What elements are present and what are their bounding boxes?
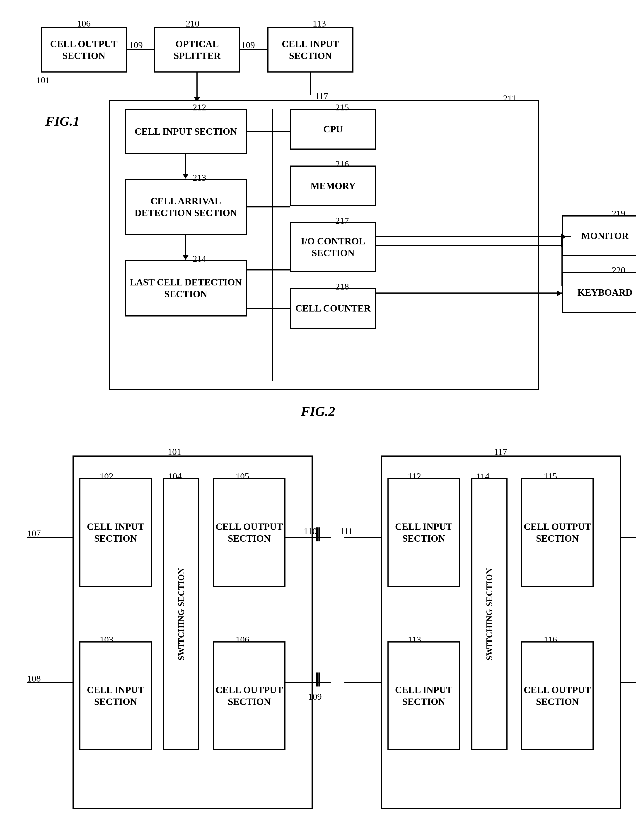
cell-counter-218: CELL COUNTER [290, 288, 376, 329]
label-113-fig2: 113 [408, 634, 421, 645]
label-115: 115 [544, 471, 557, 482]
optical-splitter: OPTICAL SPLITTER [154, 27, 240, 73]
line-214-counter [247, 308, 290, 309]
line-out-bot-left [285, 682, 331, 683]
label-106-fig2: 106 [236, 634, 249, 645]
keyboard-220: KEYBOARD [562, 272, 636, 313]
monitor-219: MONITOR [562, 215, 636, 256]
label-116: 116 [544, 634, 557, 645]
cell-output-115: CELL OUTPUT SECTION [521, 478, 593, 587]
line-214-io [247, 269, 290, 270]
cell-input-212: CELL INPUT SECTION [124, 109, 247, 154]
break-bottom: ∥ [315, 671, 321, 687]
cell-output-section-101: CELL OUTPUT SECTION [41, 27, 127, 73]
label-106: 106 [77, 18, 91, 29]
label-211: 211 [503, 93, 516, 104]
cell-input-112: CELL INPUT SECTION [387, 478, 460, 587]
fig1-label: FIG.1 [45, 114, 80, 129]
switching-114: SWITCHING SECTION [471, 478, 507, 750]
arrow-to-keyboard [557, 290, 562, 297]
fig2-label: FIG.2 [27, 404, 609, 419]
line-113-down [310, 73, 311, 95]
label-108: 108 [27, 673, 41, 684]
label-109a: 109 [129, 39, 143, 51]
cell-input-103: CELL INPUT SECTION [79, 641, 152, 750]
cell-arrival-detection-213: CELL ARRIVAL DETECTION SECTION [124, 178, 247, 235]
label-220: 220 [612, 265, 625, 275]
label-105: 105 [236, 471, 249, 482]
line-io-monitor [376, 236, 571, 237]
label-101-fig2: 101 [168, 447, 181, 457]
label-104: 104 [168, 471, 182, 482]
line-213-214 [185, 235, 186, 258]
cell-input-section-113: CELL INPUT SECTION [268, 27, 353, 73]
line-out-top-left [285, 537, 331, 538]
line-out-bot-right [345, 682, 382, 683]
cpu-215: CPU [290, 109, 376, 150]
label-113: 113 [313, 18, 326, 29]
arrow-to-monitor [561, 234, 566, 240]
vertical-divider [272, 109, 273, 381]
label-212: 212 [193, 102, 206, 113]
label-110: 110 [304, 526, 317, 537]
line-out-top-right [345, 537, 382, 538]
label-102: 102 [100, 471, 113, 482]
label-111: 111 [340, 526, 353, 537]
label-112: 112 [408, 471, 421, 482]
label-218: 218 [335, 281, 349, 292]
cell-input-113b: CELL INPUT SECTION [387, 641, 460, 750]
cell-input-102: CELL INPUT SECTION [79, 478, 152, 587]
last-cell-detection-214: LAST CELL DETECTION SECTION [124, 260, 247, 316]
fig2-diagram: 101 117 107 108 CELL INPUT SECTION 102 C… [27, 437, 609, 840]
label-103: 103 [100, 634, 113, 645]
label-210: 210 [186, 18, 199, 29]
cell-output-116: CELL OUTPUT SECTION [521, 641, 593, 750]
fig1-diagram: FIG.1 CELL OUTPUT SECTION 106 101 109 OP… [27, 18, 609, 404]
label-216: 216 [335, 159, 349, 169]
label-213: 213 [193, 172, 206, 183]
line-right-bot [620, 682, 636, 683]
label-109-fig2: 109 [308, 691, 322, 702]
switching-104: SWITCHING SECTION [163, 478, 199, 750]
line-splitter-down [197, 73, 198, 100]
io-control-217: I/O CONTROL SECTION [290, 222, 376, 272]
page: FIG.1 CELL OUTPUT SECTION 106 101 109 OP… [0, 0, 636, 840]
line-213-memory [247, 206, 290, 207]
cell-output-106: CELL OUTPUT SECTION [213, 641, 285, 750]
label-117-fig2: 117 [494, 447, 507, 457]
line-io-right [376, 245, 562, 246]
arrow-213-214 [183, 255, 189, 260]
label-217: 217 [335, 215, 349, 226]
label-214: 214 [193, 253, 206, 264]
label-101: 101 [36, 75, 50, 85]
label-114: 114 [476, 471, 490, 482]
line-right-top [620, 537, 636, 538]
line-212-213 [185, 154, 186, 177]
line-212-cpu [247, 131, 290, 132]
memory-216: MEMORY [290, 166, 376, 206]
arrow-212-213 [183, 174, 189, 178]
label-107: 107 [27, 528, 41, 539]
label-215: 215 [335, 102, 349, 113]
label-219: 219 [612, 208, 625, 219]
cell-output-105: CELL OUTPUT SECTION [213, 478, 285, 587]
label-109b: 109 [241, 39, 255, 51]
line-io-keyboard [376, 292, 562, 294]
